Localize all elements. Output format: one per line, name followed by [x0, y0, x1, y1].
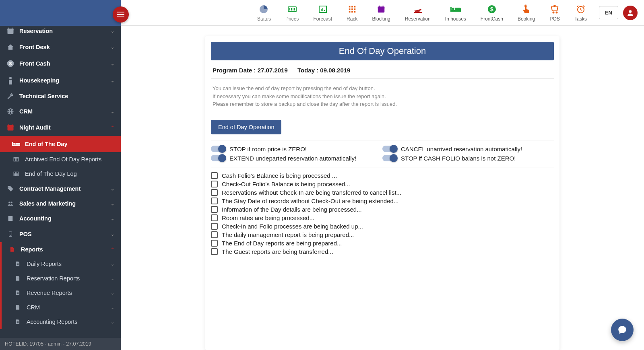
progress-label: The daily management report is being pre… [222, 231, 354, 238]
language-button[interactable]: EN [599, 6, 618, 19]
progress-label: Information of the Day details are being… [222, 206, 362, 213]
nav-tasks[interactable]: Tasks [567, 4, 594, 22]
nav-label: Rack [347, 16, 357, 22]
chevron-down-icon: ⌄ [111, 276, 114, 281]
eod-button[interactable]: End of Day Operation [211, 120, 281, 134]
chevron-down-icon: ⌄ [111, 305, 114, 310]
nav-in-houses[interactable]: In houses [438, 4, 473, 22]
sidebar-item-label: Night Audit [19, 124, 111, 131]
menu-toggle-button[interactable] [113, 6, 129, 23]
sidebar-item-archived-end-of-day-reports[interactable]: Archived End Of Day Reports [0, 152, 121, 167]
checkbox-icon [211, 240, 218, 247]
toggle-switch[interactable] [211, 146, 225, 152]
toggle-row: STOP if CASH FOLIO balans is not ZERO! [382, 154, 554, 163]
svg-rect-55 [14, 172, 19, 175]
chat-button[interactable] [611, 319, 634, 341]
sidebar-item-night-audit[interactable]: Night Audit⌃ [0, 119, 121, 136]
sidebar-item-daily-reports[interactable]: Daily Reports⌄ [0, 257, 121, 271]
nav-blocking[interactable]: Blocking [365, 4, 397, 22]
table-icon [12, 171, 20, 177]
plane-icon [413, 4, 423, 14]
nav-forecast[interactable]: Forecast [306, 4, 339, 22]
sidebar-item-sales-and-marketing[interactable]: Sales and Marketing⌄ [0, 196, 121, 211]
svg-rect-16 [351, 11, 353, 12]
program-date: Program Date : 27.07.2019 [213, 67, 288, 74]
svg-point-61 [8, 202, 10, 203]
nav-label: Forecast [313, 16, 332, 22]
calendar-icon [6, 27, 14, 35]
nav-status[interactable]: Status [250, 4, 278, 22]
chevron-down-icon: ⌄ [111, 78, 114, 83]
chevron-down-icon: ⌄ [111, 290, 114, 296]
progress-row: Room rates are being processed... [211, 214, 554, 222]
svg-rect-46 [12, 124, 12, 126]
grid-icon [347, 4, 357, 14]
sidebar-item-end-of-the-day-log[interactable]: End of The Day Log [0, 167, 121, 181]
chevron-down-icon: ⌄ [111, 261, 114, 267]
nav-label: Tasks [574, 16, 587, 22]
calendar-icon [376, 4, 386, 14]
svg-rect-10 [351, 6, 353, 7]
svg-text:$: $ [9, 61, 12, 66]
chevron-down-icon: ⌄ [111, 61, 114, 66]
toggle-switch[interactable] [382, 155, 396, 161]
svg-rect-34 [8, 29, 14, 30]
sidebar-item-technical-service[interactable]: Technical Service [0, 89, 121, 104]
svg-rect-73 [17, 293, 19, 294]
sidebar-item-front-cash[interactable]: $Front Cash⌄ [0, 55, 121, 72]
svg-point-60 [8, 187, 9, 187]
sidebar-item-housekeeping[interactable]: Housekeeping⌄ [0, 72, 121, 89]
svg-rect-71 [17, 279, 19, 279]
tap-icon [521, 4, 532, 14]
svg-rect-48 [12, 142, 13, 146]
sidebar-item-crm[interactable]: CRM⌄ [0, 300, 121, 315]
sidebar-item-label: Daily Reports [27, 261, 111, 267]
sidebar-item-accounting[interactable]: Accounting⌄ [0, 211, 121, 226]
nav-booking[interactable]: Booking [510, 4, 542, 22]
svg-point-32 [629, 10, 632, 13]
user-avatar[interactable] [623, 6, 638, 20]
toggle-switch[interactable] [211, 155, 225, 161]
svg-rect-22 [414, 12, 422, 13]
sidebar-item-label: Technical Service [19, 93, 114, 99]
bed-icon [12, 140, 20, 148]
doc-icon [14, 290, 22, 296]
hint-line: Please remember to store a backup and cl… [213, 100, 552, 108]
sidebar-item-accounting-reports[interactable]: Accounting Reports⌄ [0, 315, 121, 329]
wrench-icon [6, 93, 14, 100]
nav-rack[interactable]: Rack [339, 4, 365, 22]
svg-point-25 [452, 8, 454, 10]
toggle-switch[interactable] [382, 146, 396, 152]
footer-status: HOTELID: 19705 - admin - 27.07.2019 [0, 338, 121, 350]
sidebar-item-contract-management[interactable]: Contract Management⌄ [0, 181, 121, 196]
toggle-row: STOP if room price is ZERO! [211, 144, 382, 154]
sidebar-item-label: End of The Day [25, 141, 114, 147]
nav-pos[interactable]: POS [542, 4, 567, 22]
bed-icon [450, 4, 461, 14]
sidebar-item-end-of-the-day[interactable]: End of The Day [0, 136, 121, 152]
nav-label: FrontCash [481, 16, 503, 22]
sidebar-item-reservation-reports[interactable]: Reservation Reports⌄ [0, 271, 121, 286]
chevron-up-icon: ⌃ [111, 125, 114, 130]
sidebar-item-front-desk[interactable]: Front Desk⌄ [0, 39, 121, 55]
svg-rect-72 [17, 292, 19, 293]
toggle-label: CANCEL unarrived reservation automatical… [401, 146, 522, 152]
sidebar-item-revenue-reports[interactable]: Revenue Reports⌄ [0, 286, 121, 300]
nav-prices[interactable]: Prices [278, 4, 306, 22]
sidebar-item-label: Front Cash [19, 60, 111, 67]
book-icon [6, 215, 14, 222]
nav-frontcash[interactable]: $FrontCash [473, 4, 510, 22]
toggle-row: CANCEL unarrived reservation automatical… [382, 144, 554, 154]
nav-label: Status [257, 16, 271, 22]
hint-line: If necessary you can make some modificat… [213, 93, 552, 101]
checkbox-icon [211, 181, 218, 187]
nav-reservation[interactable]: Reservation [398, 4, 438, 22]
sidebar-item-crm[interactable]: CRM⌄ [0, 104, 121, 119]
progress-row: The daily management report is being pre… [211, 231, 554, 239]
sidebar-item-label: CRM [27, 304, 111, 311]
sidebar-item-pos[interactable]: POS⌄ [0, 226, 121, 242]
checkbox-icon [211, 214, 218, 221]
sidebar-item-label: Reports [21, 246, 111, 253]
sidebar-item-reports[interactable]: Reports⌃ [0, 242, 121, 257]
sidebar-item-label: Revenue Reports [27, 290, 111, 296]
